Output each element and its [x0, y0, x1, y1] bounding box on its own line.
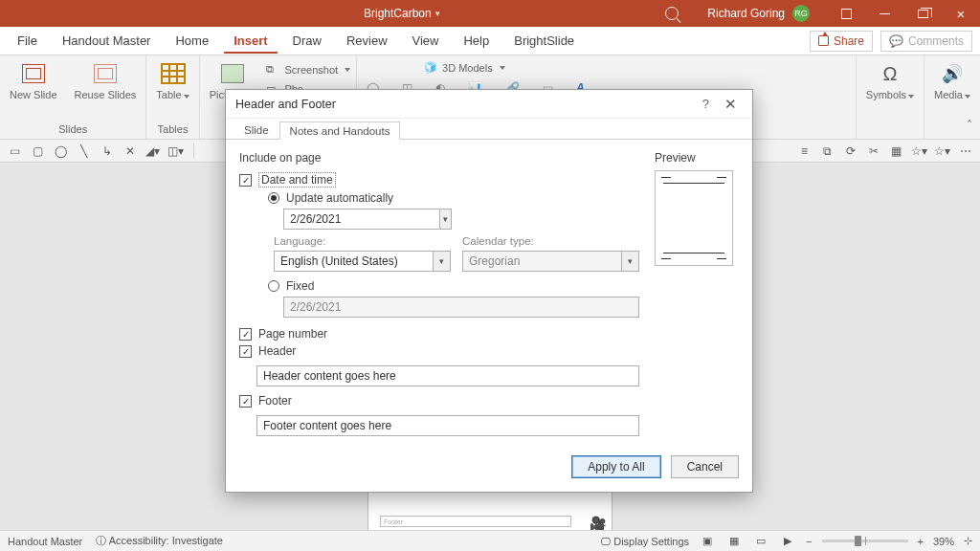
dialog-tab-notes[interactable]: Notes and Handouts: [279, 121, 401, 140]
include-on-page-label: Include on page: [239, 151, 639, 165]
fixed-date-input[interactable]: [283, 297, 639, 318]
datetime-checkbox[interactable]: [239, 174, 252, 187]
preview-label: Preview: [655, 151, 739, 165]
language-label: Language:: [274, 235, 451, 247]
datetime-label: Date and time: [258, 172, 336, 187]
footer-input[interactable]: [256, 415, 639, 436]
footer-checkbox[interactable]: [239, 395, 252, 408]
update-auto-label: Update automatically: [286, 191, 393, 205]
dialog-help-button[interactable]: ?: [693, 97, 719, 111]
header-footer-dialog: Header and Footer ? ✕ Slide Notes and Ha…: [225, 89, 753, 493]
update-auto-radio[interactable]: [268, 192, 279, 204]
fixed-label: Fixed: [286, 279, 314, 293]
preview-thumbnail: [655, 170, 733, 266]
fixed-radio[interactable]: [268, 280, 279, 292]
header-label: Header: [258, 344, 296, 358]
date-combo[interactable]: [283, 209, 440, 230]
apply-to-all-button[interactable]: Apply to All: [571, 455, 660, 478]
header-input[interactable]: [256, 365, 639, 386]
calendar-label: Calendar type:: [462, 235, 639, 247]
footer-label: Footer: [258, 394, 292, 408]
calendar-combo[interactable]: [462, 251, 622, 272]
pagenum-label: Page number: [258, 327, 327, 341]
dialog-tab-slide[interactable]: Slide: [234, 121, 279, 139]
dialog-close-button[interactable]: ✕: [719, 96, 743, 113]
chevron-down-icon[interactable]: ▾: [622, 251, 639, 272]
pagenum-checkbox[interactable]: [239, 328, 252, 341]
cancel-button[interactable]: Cancel: [671, 455, 739, 478]
header-checkbox[interactable]: [239, 345, 252, 358]
dialog-overlay: Header and Footer ? ✕ Slide Notes and Ha…: [0, 0, 980, 551]
chevron-down-icon[interactable]: ▾: [434, 251, 451, 272]
chevron-down-icon[interactable]: ▾: [440, 209, 452, 230]
language-combo[interactable]: [274, 251, 434, 272]
dialog-title: Header and Footer: [235, 98, 336, 111]
